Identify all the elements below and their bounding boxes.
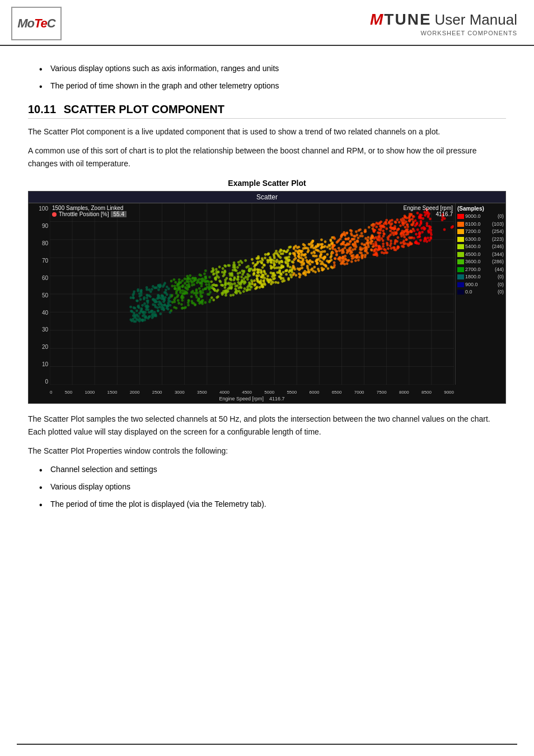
svg-point-1224 <box>287 262 289 265</box>
svg-point-1233 <box>340 249 343 252</box>
svg-point-974 <box>357 259 360 262</box>
svg-point-807 <box>378 222 381 225</box>
legend-item: 5400.0 (246) <box>457 243 504 251</box>
svg-point-763 <box>415 233 418 236</box>
svg-point-1409 <box>364 255 367 258</box>
svg-point-1074 <box>151 288 153 291</box>
bullet-item-display: Various display options <box>39 481 506 493</box>
svg-point-1427 <box>338 247 340 250</box>
y-label-20: 20 <box>42 344 48 350</box>
section-heading: 10.11 SCATTER PLOT COMPONENT <box>28 103 506 119</box>
svg-point-1337 <box>159 284 162 287</box>
svg-point-854 <box>333 237 336 240</box>
svg-point-1307 <box>203 273 206 276</box>
svg-point-1099 <box>193 283 195 286</box>
svg-point-638 <box>294 274 297 277</box>
svg-point-1279 <box>181 284 184 287</box>
legend-item: 2700.0 (44) <box>457 266 504 274</box>
svg-point-1398 <box>213 288 216 291</box>
svg-point-1321 <box>293 248 296 250</box>
x-label: 6500 <box>332 390 342 395</box>
svg-point-471 <box>311 268 313 270</box>
svg-point-1022 <box>400 232 402 235</box>
svg-point-1145 <box>416 236 419 239</box>
svg-point-1078 <box>260 269 263 272</box>
svg-point-728 <box>330 266 332 269</box>
svg-point-1257 <box>149 311 152 314</box>
svg-point-962 <box>266 275 269 278</box>
svg-point-1309 <box>256 286 259 288</box>
svg-point-1238 <box>161 295 164 298</box>
svg-point-1135 <box>239 286 242 288</box>
svg-point-1392 <box>315 255 318 258</box>
svg-point-405 <box>287 278 290 281</box>
svg-point-1116 <box>187 304 190 307</box>
svg-point-1416 <box>366 252 369 255</box>
svg-point-1164 <box>251 258 254 261</box>
svg-point-1043 <box>319 255 322 258</box>
svg-point-401 <box>207 293 209 296</box>
svg-point-1121 <box>362 254 364 257</box>
svg-point-896 <box>232 269 235 272</box>
svg-point-1151 <box>372 225 375 228</box>
svg-point-1379 <box>161 297 163 300</box>
x-label: 3000 <box>175 390 185 395</box>
svg-point-1134 <box>146 294 148 297</box>
svg-point-422 <box>261 259 264 262</box>
svg-point-712 <box>329 239 332 241</box>
svg-point-92 <box>250 279 253 282</box>
svg-point-1404 <box>224 279 227 282</box>
svg-point-1077 <box>402 241 405 244</box>
mtune-logo: M TUNE <box>370 11 432 29</box>
svg-point-961 <box>216 296 218 299</box>
svg-point-440 <box>246 278 249 281</box>
svg-point-1219 <box>200 301 203 304</box>
bullet-item-period: The period of time the plot is displayed… <box>39 498 506 510</box>
svg-point-686 <box>211 284 214 287</box>
svg-point-1347 <box>281 280 284 283</box>
svg-point-790 <box>355 234 358 236</box>
svg-point-1355 <box>174 285 176 288</box>
chart-legend: (Samples) 9000.0 (0) 8100.0 (103) 7200.0… <box>455 203 505 385</box>
svg-point-1402 <box>224 294 227 297</box>
x-label: 7500 <box>377 390 387 395</box>
svg-point-1305 <box>279 272 282 275</box>
svg-point-1396 <box>160 303 163 306</box>
y-label-100: 100 <box>39 206 48 212</box>
svg-point-837 <box>324 240 327 243</box>
throttle-label: Throttle Position [%] <box>59 211 109 217</box>
svg-point-1408 <box>274 274 277 277</box>
svg-point-999 <box>152 315 154 318</box>
svg-point-1421 <box>167 300 170 302</box>
svg-point-1320 <box>138 295 141 298</box>
svg-point-925 <box>272 278 275 281</box>
svg-point-1285 <box>389 234 392 236</box>
svg-point-601 <box>305 247 308 250</box>
svg-point-928 <box>355 240 358 243</box>
svg-point-1394 <box>352 243 355 246</box>
svg-point-923 <box>237 261 240 264</box>
svg-point-767 <box>174 297 177 300</box>
svg-point-848 <box>146 288 148 291</box>
svg-point-1202 <box>187 286 190 288</box>
svg-point-1232 <box>275 259 278 262</box>
svg-point-1174 <box>174 281 177 284</box>
section-number: 10.11 <box>28 103 56 115</box>
svg-point-1157 <box>141 319 144 321</box>
svg-point-1417 <box>310 252 313 255</box>
svg-point-1399 <box>263 270 266 273</box>
svg-point-652 <box>381 251 383 254</box>
svg-point-492 <box>385 227 388 230</box>
svg-point-1248 <box>292 266 294 269</box>
svg-point-584 <box>419 239 422 242</box>
svg-point-1374 <box>406 233 409 236</box>
svg-point-1373 <box>350 234 353 237</box>
svg-point-944 <box>157 288 160 291</box>
svg-point-1357 <box>167 305 170 307</box>
svg-point-321 <box>205 283 208 286</box>
svg-point-1405 <box>140 289 143 292</box>
svg-point-1326 <box>273 264 276 267</box>
svg-point-1352 <box>334 257 336 260</box>
page: MoTeC M TUNE User Manual WORKSHEET COMPO… <box>0 0 534 756</box>
svg-point-1050 <box>262 274 265 277</box>
